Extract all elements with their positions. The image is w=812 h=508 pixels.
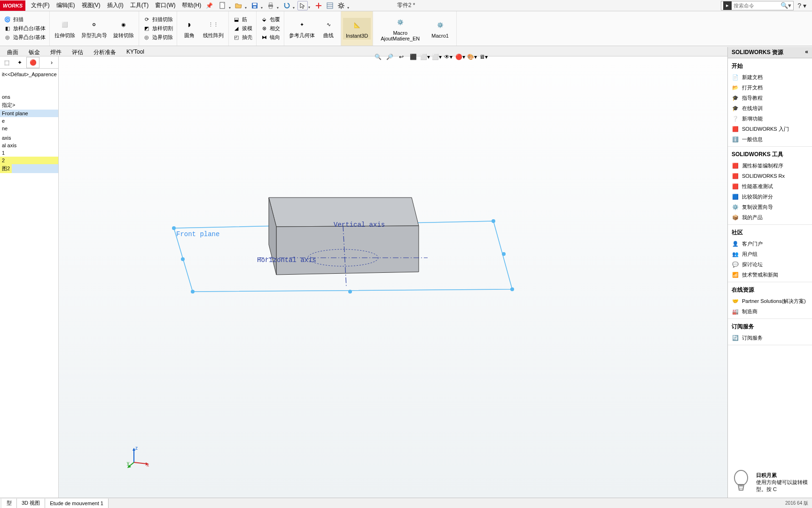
- apply-scene-icon[interactable]: 🎨▾: [467, 52, 477, 62]
- save-icon[interactable]: [250, 1, 260, 10]
- macro1[interactable]: ⚙️ Macro1: [426, 17, 454, 40]
- menu-tools[interactable]: 工具(T): [127, 0, 151, 11]
- tree-item[interactable]: 2: [0, 157, 58, 164]
- tree-expand-icon[interactable]: ›: [45, 57, 58, 68]
- cmd-sweep[interactable]: 🌀扫描: [2, 16, 47, 24]
- tab-analysis-prep[interactable]: 分析准备: [88, 47, 121, 56]
- tree-item[interactable]: 指定>: [0, 101, 58, 110]
- cmd-rib[interactable]: ⬓筋: [231, 16, 254, 24]
- tp-intro[interactable]: 🟥SOLIDWORKS 入门: [728, 124, 812, 134]
- select-cursor-icon[interactable]: [297, 1, 308, 10]
- collapse-icon[interactable]: «: [805, 48, 808, 56]
- search-go-icon[interactable]: ▸: [723, 1, 732, 10]
- tree-tab-config[interactable]: 🔴: [26, 57, 39, 68]
- cmd-boundary[interactable]: ◎边界凸台/基体: [2, 33, 47, 42]
- macro-ajoutmatiere[interactable]: ⚙️ Macro AjoutMatiere_EN: [375, 14, 425, 43]
- command-search[interactable]: ▸ 🔍▾: [721, 1, 794, 10]
- cmd-linear-pattern[interactable]: ⋮⋮线性阵列: [200, 17, 226, 40]
- cmd-shell[interactable]: ◰抽壳: [231, 33, 254, 42]
- menu-file[interactable]: 文件(F): [28, 0, 52, 11]
- menu-help[interactable]: 帮助(H): [179, 0, 204, 11]
- tp-online-training[interactable]: 🎓在线培训: [728, 103, 812, 113]
- menu-view[interactable]: 视图(V): [79, 0, 103, 11]
- search-input[interactable]: [732, 3, 779, 8]
- cmd-wrap[interactable]: ⬙包覆: [258, 16, 282, 24]
- tp-copy-settings[interactable]: ⚙️复制设置向导: [728, 202, 812, 212]
- open-doc-icon[interactable]: [234, 1, 244, 10]
- tree-tab-feature[interactable]: ⬚: [0, 57, 13, 68]
- new-doc-icon[interactable]: [218, 1, 228, 10]
- print-icon[interactable]: [265, 1, 276, 10]
- cmd-fillet[interactable]: ◗圆角: [179, 17, 200, 40]
- bottom-tab-motion[interactable]: Etude de mouvement 1: [45, 499, 109, 508]
- tree-item[interactable]: axis: [0, 134, 58, 142]
- hide-show-icon[interactable]: 👁▾: [443, 52, 453, 62]
- view-settings-icon[interactable]: 🖥▾: [478, 52, 489, 62]
- tree-item-front-plane[interactable]: Front plane: [0, 110, 58, 117]
- tp-whats-new[interactable]: ❔新增功能: [728, 113, 812, 124]
- tab-weldments[interactable]: 焊件: [45, 47, 67, 56]
- tree-item-sketch2[interactable]: 图2: [0, 164, 58, 173]
- tree-root[interactable]: it<<Défaut>_Apparence Et: [0, 70, 58, 79]
- bottom-tab[interactable]: 型: [2, 499, 17, 508]
- section-view-icon[interactable]: ⬛: [408, 52, 418, 62]
- cmd-curve[interactable]: ∿曲线: [318, 17, 339, 40]
- bottom-tab-3dview[interactable]: 3D 视图: [17, 499, 45, 508]
- search-icon[interactable]: 🔍▾: [779, 2, 793, 9]
- tp-tutorials[interactable]: 🎓指导教程: [728, 93, 812, 103]
- options-icon[interactable]: [325, 1, 335, 10]
- cmd-instant3d[interactable]: 📐Instant3D: [343, 18, 371, 40]
- cmd-loft-cut[interactable]: ◩放样切割: [141, 24, 175, 33]
- tree-item[interactable]: al axis: [0, 142, 58, 149]
- tp-partner-solutions[interactable]: 🤝Partner Solutions(解决方案): [728, 296, 812, 306]
- pin-icon[interactable]: 📌: [206, 2, 213, 9]
- cmd-draft[interactable]: ◢拔模: [231, 24, 254, 33]
- menu-insert[interactable]: 插入(I): [104, 0, 126, 11]
- cmd-boundary-cut[interactable]: ◎边界切除: [141, 33, 175, 42]
- cmd-extrude-cut[interactable]: ⬜拉伸切除: [52, 17, 78, 40]
- view-orientation-icon[interactable]: ⬜▾: [420, 52, 430, 62]
- cmd-hole-wizard[interactable]: ⭘异型孔向导: [78, 17, 110, 40]
- zoom-area-icon[interactable]: 🔎: [384, 52, 395, 62]
- menu-edit[interactable]: 编辑(E): [54, 0, 78, 11]
- tp-customer-portal[interactable]: 👤客户门户: [728, 238, 812, 249]
- cmd-rev-cut[interactable]: ◉旋转切除: [110, 17, 137, 40]
- tp-new-doc[interactable]: 📄新建文档: [728, 72, 812, 82]
- cmd-loft[interactable]: ◧放样凸台/基体: [2, 24, 47, 33]
- graphics-viewport[interactable]: 🔍 🔎 ↩ ⬛ ⬜▾ ⬜▾ 👁▾ 🔴▾ 🎨▾ 🖥▾ ⊡ ⊟ — ▢ ✕: [59, 56, 803, 498]
- undo-icon[interactable]: [281, 1, 292, 10]
- cmd-mirror[interactable]: ⧓镜向: [258, 33, 282, 42]
- tp-user-groups[interactable]: 👥用户组: [728, 249, 812, 259]
- tree-item[interactable]: ons: [0, 93, 58, 101]
- help-icon[interactable]: ? ▾: [796, 2, 808, 9]
- display-style-icon[interactable]: ⬜▾: [431, 52, 442, 62]
- prev-view-icon[interactable]: ↩: [396, 52, 406, 62]
- cmd-ref-geom[interactable]: ✦参考几何体: [286, 17, 318, 40]
- orientation-triad[interactable]: z x y: [127, 446, 150, 469]
- tp-subscription[interactable]: 🔄订阅服务: [728, 333, 812, 343]
- tp-prop-tab-builder[interactable]: 🟥属性标签编制程序: [728, 160, 812, 171]
- tp-compare-score[interactable]: 🟦比较我的评分: [728, 191, 812, 202]
- tp-forums[interactable]: 💬探讨论坛: [728, 259, 812, 270]
- rebuild-icon[interactable]: [313, 1, 324, 10]
- cmd-intersect[interactable]: ⊗相交: [258, 24, 282, 33]
- zoom-fit-icon[interactable]: 🔍: [373, 52, 383, 62]
- tp-general-info[interactable]: ℹ️一般信息: [728, 134, 812, 144]
- tab-evaluate[interactable]: 评估: [67, 47, 88, 56]
- tab-surface[interactable]: 曲面: [2, 47, 23, 56]
- tab-sheetmetal[interactable]: 钣金: [23, 47, 45, 56]
- tree-item[interactable]: ne: [0, 125, 58, 132]
- edit-appearance-icon[interactable]: 🔴▾: [455, 52, 465, 62]
- tree-item[interactable]: e: [0, 117, 58, 125]
- tree-item[interactable]: 1: [0, 149, 58, 157]
- tab-kytool[interactable]: KYTool: [121, 47, 149, 56]
- cmd-sweep-cut[interactable]: ⟳扫描切除: [141, 16, 175, 24]
- tp-my-products[interactable]: 📦我的产品: [728, 212, 812, 222]
- tp-open-doc[interactable]: 📂打开文档: [728, 82, 812, 93]
- tp-rx[interactable]: 🟥SOLIDWORKS Rx: [728, 171, 812, 181]
- tree-tab-property[interactable]: ✦: [13, 57, 26, 68]
- tp-tech-alerts[interactable]: 📶技术警戒和新闻: [728, 270, 812, 280]
- settings-gear-icon[interactable]: [336, 1, 346, 10]
- menu-window[interactable]: 窗口(W): [152, 0, 178, 11]
- tp-benchmark[interactable]: 🟥性能基准测试: [728, 181, 812, 191]
